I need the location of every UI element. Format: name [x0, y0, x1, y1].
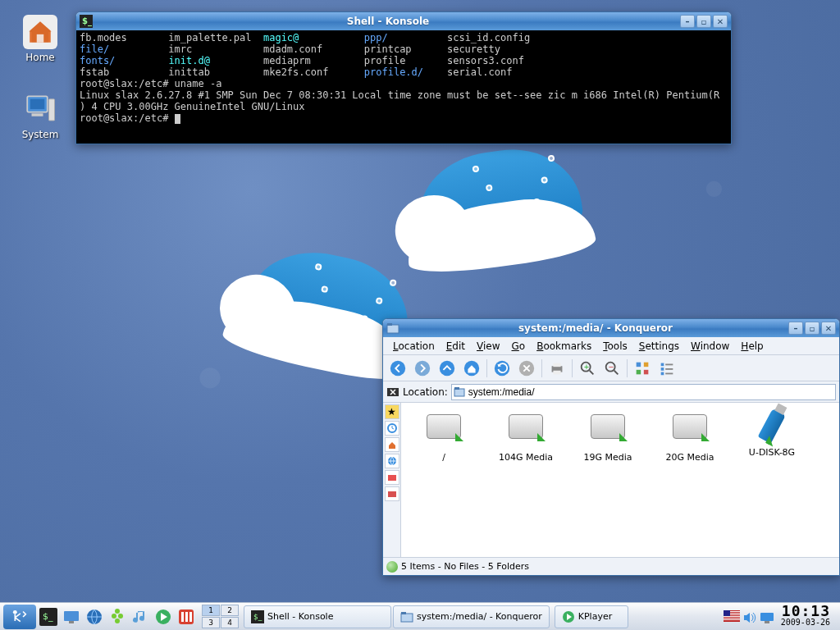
sidebar-network-icon[interactable] [385, 454, 399, 468]
konsole-titlebar[interactable]: $_ Shell - Konsole – ▫ ✕ [76, 12, 731, 30]
harddisk-icon [506, 414, 546, 449]
pager-desktop-2[interactable]: 2 [221, 605, 239, 616]
svg-point-46 [115, 619, 120, 623]
menu-go[interactable]: Go [507, 339, 531, 354]
drive-item[interactable]: 20G Media [651, 408, 729, 473]
sidebar-services-icon[interactable] [385, 486, 399, 501]
drive-item[interactable]: U-DISK-8G [733, 408, 811, 473]
location-input[interactable] [451, 384, 836, 400]
drive-label: U-DISK-8G [733, 447, 811, 458]
forward-button[interactable] [411, 358, 434, 379]
file-view[interactable]: /104G Media19G Media20G MediaU-DISK-8G [401, 403, 839, 557]
svg-text:$_: $_ [253, 613, 262, 621]
menu-settings[interactable]: Settings [634, 339, 684, 354]
menu-view[interactable]: View [472, 339, 504, 354]
desktop-icon-label: System [22, 129, 59, 140]
task-label: Shell - Konsole [267, 611, 333, 622]
menu-location[interactable]: Location [388, 339, 440, 354]
sidebar-bookmarks-icon[interactable]: ★ [385, 404, 399, 419]
svg-rect-31 [661, 372, 664, 375]
location-bar: Location: [383, 381, 839, 403]
svg-rect-56 [401, 612, 406, 614]
taskbar-task[interactable]: KPlayer [555, 605, 628, 628]
menubar: LocationEditViewGoBookmarksToolsSettings… [383, 337, 839, 355]
taskbar-task[interactable]: $_Shell - Konsole [244, 605, 391, 628]
zoom-out-button[interactable]: − [600, 358, 623, 379]
svg-rect-66 [760, 613, 774, 621]
konsole-window: $_ Shell - Konsole – ▫ ✕ fb.modes im_pal… [75, 11, 732, 144]
menu-tools[interactable]: Tools [598, 339, 632, 354]
stop-button[interactable] [515, 358, 538, 379]
reload-button[interactable] [491, 358, 514, 379]
pager-desktop-1[interactable]: 1 [202, 605, 220, 616]
quicklaunch-play[interactable] [153, 606, 174, 628]
minimize-button[interactable]: – [788, 322, 803, 335]
svg-rect-1 [30, 99, 45, 109]
svg-rect-6 [387, 325, 399, 333]
status-text: 5 Items - No Files - 5 Folders [401, 561, 529, 572]
display-icon[interactable] [760, 610, 774, 623]
quicklaunch-desktop[interactable] [61, 606, 82, 628]
sidebar-home-icon[interactable] [385, 437, 399, 452]
maximize-button[interactable]: ▫ [696, 15, 711, 28]
up-button[interactable] [436, 358, 459, 379]
clock[interactable]: 10:13 2009-03-26 [778, 605, 833, 628]
menu-help[interactable]: Help [736, 339, 768, 354]
svg-rect-63 [724, 618, 740, 619]
svg-rect-50 [181, 612, 184, 622]
folder-icon [400, 610, 413, 623]
flag-icon[interactable] [724, 610, 738, 623]
close-button[interactable]: ✕ [821, 322, 836, 335]
drive-item[interactable]: 19G Media [568, 408, 647, 473]
folder-icon [386, 322, 399, 335]
minimize-button[interactable]: – [680, 15, 695, 28]
menu-window[interactable]: Window [686, 339, 734, 354]
svg-rect-30 [665, 368, 673, 370]
separator [572, 359, 573, 377]
drive-label: 19G Media [568, 452, 647, 463]
drive-item[interactable]: / [404, 408, 483, 473]
quicklaunch-im[interactable] [107, 606, 128, 628]
clock-date: 2009-03-26 [781, 617, 830, 628]
view-icons-button[interactable] [631, 358, 654, 379]
sidebar-root-icon[interactable] [385, 470, 399, 485]
menu-edit[interactable]: Edit [441, 339, 470, 354]
maximize-button[interactable]: ▫ [805, 322, 819, 335]
print-button[interactable] [546, 358, 568, 379]
back-button[interactable] [386, 358, 409, 379]
usb-icon [752, 409, 792, 444]
desktop-icon-home[interactable]: Home [11, 15, 69, 63]
sidebar-history-icon[interactable] [385, 421, 399, 436]
svg-point-10 [440, 360, 454, 375]
svg-text:$_: $_ [43, 611, 53, 622]
pager-desktop-3[interactable]: 3 [202, 617, 220, 628]
svg-rect-7 [387, 323, 392, 326]
view-list-button[interactable] [655, 358, 678, 379]
quicklaunch-music[interactable] [130, 606, 151, 628]
terminal-icon: $_ [80, 15, 93, 28]
svg-rect-25 [637, 369, 641, 374]
kmenu-button[interactable] [3, 605, 36, 629]
toolbar: + − [383, 355, 839, 381]
drive-label: 104G Media [486, 452, 565, 463]
home-button[interactable] [460, 358, 483, 379]
drive-item[interactable]: 104G Media [486, 408, 565, 473]
close-button[interactable]: ✕ [713, 15, 728, 28]
terminal-output[interactable]: fb.modes im_palette.pal magic@ ppp/ scsi… [76, 30, 731, 144]
konqueror-window: system:/media/ - Konqueror – ▫ ✕ Locatio… [382, 318, 840, 576]
quicklaunch-browser[interactable] [84, 606, 105, 628]
taskbar-task[interactable]: system:/media/ - Konqueror [393, 605, 550, 628]
konqueror-titlebar[interactable]: system:/media/ - Konqueror – ▫ ✕ [383, 319, 839, 337]
quicklaunch-terminal[interactable]: $_ [38, 606, 59, 628]
pager-desktop-4[interactable]: 4 [221, 617, 239, 628]
clear-location-button[interactable] [386, 386, 399, 399]
desktop-icon-system[interactable]: System [11, 92, 69, 140]
volume-icon[interactable] [742, 610, 756, 623]
menu-bookmarks[interactable]: Bookmarks [532, 339, 596, 354]
quicklaunch-games[interactable] [176, 606, 197, 628]
svg-rect-67 [765, 621, 769, 623]
svg-point-47 [115, 609, 120, 614]
svg-rect-24 [644, 362, 649, 367]
zoom-in-button[interactable]: + [576, 358, 599, 379]
svg-rect-32 [665, 372, 673, 374]
